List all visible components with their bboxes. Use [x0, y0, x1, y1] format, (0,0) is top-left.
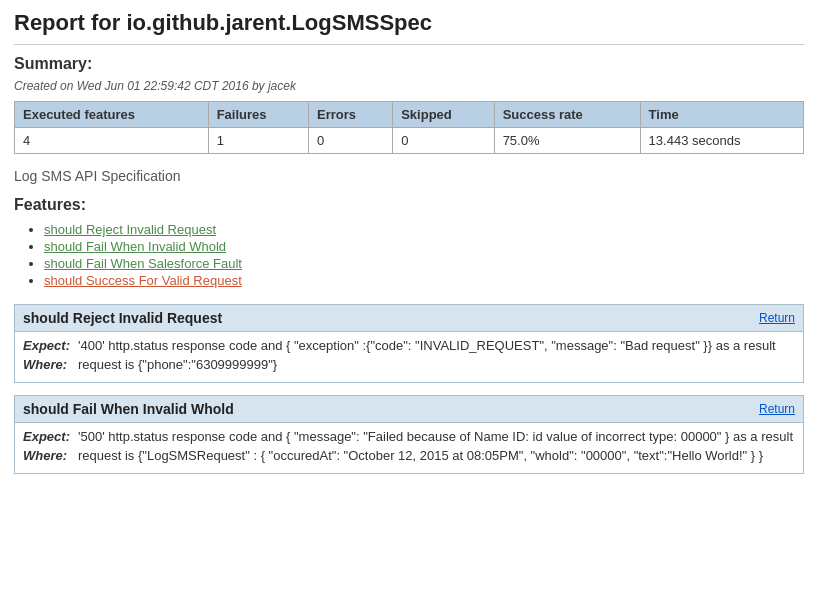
summary-cell: 1 — [208, 128, 308, 154]
feature-link[interactable]: should Reject Invalid Request — [44, 222, 216, 237]
expect-row: Expect:'400' http.status response code a… — [23, 338, 795, 353]
summary-cell: 4 — [15, 128, 209, 154]
summary-col-header: Success rate — [494, 102, 640, 128]
where-row: Where:request is {"phone":"6309999999"} — [23, 357, 795, 372]
scenario-header: should Reject Invalid RequestReturn — [15, 305, 803, 331]
expect-value: '400' http.status response code and { "e… — [78, 338, 795, 353]
where-value: request is {"LogSMSRequest" : { "occured… — [78, 448, 795, 463]
scenario-body: Expect:'500' http.status response code a… — [15, 422, 803, 473]
summary-cell: 13.443 seconds — [640, 128, 803, 154]
summary-heading: Summary: — [14, 55, 804, 73]
summary-col-header: Failures — [208, 102, 308, 128]
scenario-container: should Reject Invalid RequestReturnExpec… — [14, 304, 804, 383]
where-value: request is {"phone":"6309999999"} — [78, 357, 795, 372]
scenario-container: should Fail When Invalid WholdReturnExpe… — [14, 395, 804, 474]
summary-cell: 0 — [309, 128, 393, 154]
where-label: Where: — [23, 448, 78, 463]
summary-col-header: Skipped — [393, 102, 494, 128]
scenario-title: should Reject Invalid Request — [23, 310, 222, 326]
scenario-header: should Fail When Invalid WholdReturn — [15, 396, 803, 422]
expect-value: '500' http.status response code and { "m… — [78, 429, 795, 444]
scenario-body: Expect:'400' http.status response code a… — [15, 331, 803, 382]
summary-cell: 75.0% — [494, 128, 640, 154]
scenario-block: should Fail When Invalid WholdReturnExpe… — [14, 395, 804, 474]
expect-label: Expect: — [23, 429, 78, 444]
return-link[interactable]: Return — [759, 402, 795, 416]
expect-label: Expect: — [23, 338, 78, 353]
return-link[interactable]: Return — [759, 311, 795, 325]
expect-row: Expect:'500' http.status response code a… — [23, 429, 795, 444]
summary-cell: 0 — [393, 128, 494, 154]
where-label: Where: — [23, 357, 78, 372]
created-by-text: Created on Wed Jun 01 22:59:42 CDT 2016 … — [14, 79, 804, 93]
where-row: Where:request is {"LogSMSRequest" : { "o… — [23, 448, 795, 463]
scenario-block: should Reject Invalid RequestReturnExpec… — [14, 304, 804, 383]
summary-table: Executed featuresFailuresErrorsSkippedSu… — [14, 101, 804, 154]
summary-col-header: Executed features — [15, 102, 209, 128]
scenario-title: should Fail When Invalid Whold — [23, 401, 234, 417]
feature-link[interactable]: should Fail When Salesforce Fault — [44, 256, 242, 271]
feature-link[interactable]: should Success For Valid Request — [44, 273, 242, 288]
feature-link[interactable]: should Fail When Invalid Whold — [44, 239, 226, 254]
spec-title: Log SMS API Specification — [14, 168, 804, 184]
page-title: Report for io.github.jarent.LogSMSSpec — [14, 10, 804, 36]
scenarios-container: should Reject Invalid RequestReturnExpec… — [14, 304, 804, 474]
summary-col-header: Errors — [309, 102, 393, 128]
features-list: should Reject Invalid Requestshould Fail… — [14, 222, 804, 288]
summary-col-header: Time — [640, 102, 803, 128]
features-heading: Features: — [14, 196, 804, 214]
